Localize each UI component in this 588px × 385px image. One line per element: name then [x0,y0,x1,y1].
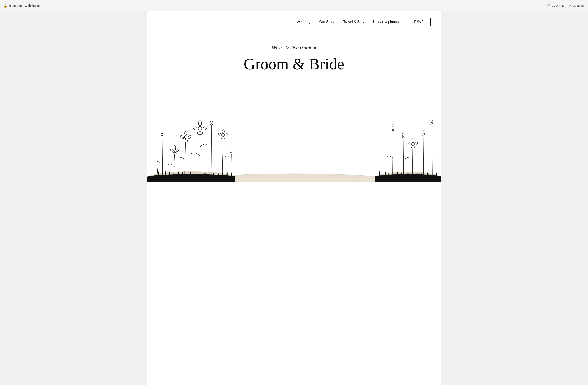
nav-our-story[interactable]: Our Story [319,20,334,24]
svg-point-20 [180,135,184,139]
svg-point-45 [224,133,229,137]
svg-line-68 [432,125,432,178]
svg-point-62 [412,139,414,143]
navigation: Wedding Our Story Travel & Stay Upload a… [147,11,441,32]
svg-point-65 [407,141,412,146]
svg-point-7 [198,120,202,126]
svg-line-66 [423,136,424,178]
browser-actions: 📋 Copy link ↗ Open tab [547,4,585,7]
svg-point-18 [187,135,192,139]
svg-point-19 [184,140,188,142]
svg-point-71 [375,174,441,180]
address-bar: 🔒 https://YourWebsite.com [3,4,547,7]
svg-point-32 [170,149,174,152]
svg-point-55 [402,133,404,136]
svg-point-69 [431,120,433,122]
svg-point-2 [198,127,202,130]
svg-point-44 [222,130,224,134]
svg-point-57 [412,142,414,145]
svg-point-64 [411,146,415,148]
copy-link-button[interactable]: 📋 Copy link [547,4,564,7]
svg-line-33 [162,140,163,178]
floral-illustration [147,103,441,182]
hero-section: We're Getting Married! Groom & Bride [147,32,441,182]
hero-title: Groom & Bride [244,55,344,73]
svg-point-53 [392,122,394,125]
hero-subtitle: We're Getting Married! [272,45,316,50]
svg-point-24 [174,149,176,151]
browser-chrome: 🔒 https://YourWebsite.com 📋 Copy link ↗ … [0,0,588,11]
svg-point-39 [222,133,225,136]
nav-upload-photos[interactable]: Upload a photos [373,20,399,24]
svg-point-46 [221,137,225,139]
floral-right [375,103,441,182]
svg-point-67 [423,131,425,134]
svg-point-47 [218,133,222,137]
svg-point-10 [192,125,198,131]
svg-line-50 [393,132,393,178]
svg-point-30 [176,149,179,152]
svg-point-17 [185,131,187,135]
nav-travel-stay[interactable]: Travel & Stay [343,20,364,24]
website-window: Wedding Our Story Travel & Stay Upload a… [147,11,441,385]
svg-line-21 [211,125,211,178]
open-tab-icon: ↗ [569,4,571,7]
open-tab-button[interactable]: ↗ Open tab [569,4,585,7]
svg-point-29 [174,146,176,149]
copy-icon: 📋 [547,4,550,7]
svg-point-8 [202,125,208,131]
svg-point-35 [161,133,163,136]
lock-icon: 🔒 [3,4,7,7]
nav-wedding[interactable]: Wedding [297,20,311,24]
svg-line-54 [403,138,404,178]
svg-point-51 [392,126,394,130]
svg-point-12 [184,136,187,138]
svg-point-31 [173,152,176,154]
rsvp-button[interactable]: RSVP [408,18,431,26]
svg-point-63 [414,141,418,146]
svg-point-9 [197,132,203,135]
floral-left [147,103,235,182]
url-text: https://YourWebsite.com [9,4,42,7]
svg-line-38 [222,136,223,178]
